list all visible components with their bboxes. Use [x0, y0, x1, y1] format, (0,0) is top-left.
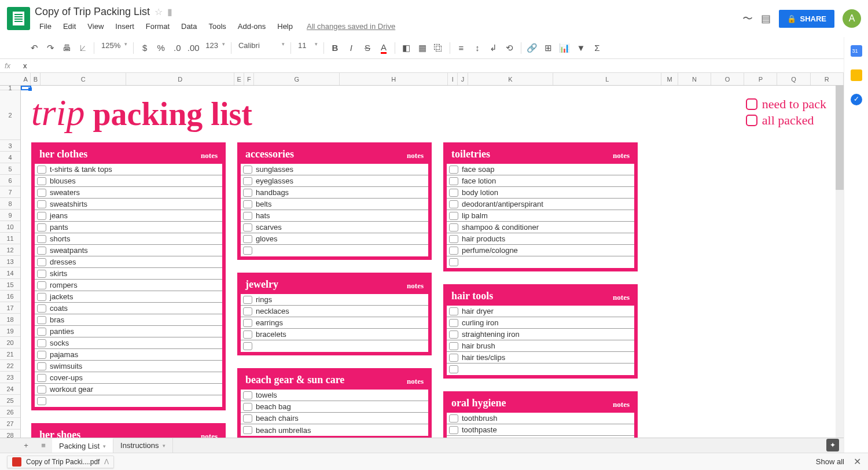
row-header[interactable]: 9 [0, 210, 20, 221]
checkbox-icon[interactable] [449, 235, 458, 243]
paint-format-button[interactable]: ⟀ [75, 41, 90, 56]
share-button[interactable]: 🔒 SHARE [779, 10, 834, 28]
list-item[interactable]: towels [241, 390, 428, 401]
list-item[interactable]: rings [241, 294, 428, 306]
checkbox-icon[interactable] [37, 362, 46, 370]
list-item[interactable]: bras [35, 314, 222, 326]
list-item[interactable]: beach umbrellas [241, 424, 428, 436]
list-item[interactable]: swimsuits [35, 361, 222, 372]
row-header[interactable]: 18 [0, 314, 20, 325]
list-item[interactable]: perfume/cologne [447, 245, 634, 256]
col-header[interactable]: E [234, 73, 244, 85]
strike-button[interactable]: S [360, 41, 375, 56]
menu-tools[interactable]: Tools [204, 20, 230, 33]
checkbox-icon[interactable] [243, 391, 252, 399]
checkbox-icon[interactable] [449, 365, 458, 373]
italic-button[interactable]: I [344, 41, 359, 56]
checkbox-icon[interactable] [243, 296, 252, 304]
col-header[interactable]: N [678, 73, 711, 85]
vertical-scrollbar[interactable] [836, 86, 844, 438]
col-header[interactable]: A [21, 73, 31, 85]
comment-button[interactable]: ⊞ [541, 41, 556, 56]
checkbox-icon[interactable] [243, 414, 252, 423]
fx-input[interactable]: x [23, 61, 27, 70]
row-header[interactable]: 27 [0, 418, 20, 429]
bold-button[interactable]: B [328, 41, 343, 56]
checkbox-icon[interactable] [449, 354, 458, 362]
menu-data[interactable]: Data [176, 20, 201, 33]
list-item[interactable]: pants [35, 222, 222, 233]
row-header[interactable]: 6 [0, 175, 20, 186]
list-item[interactable]: earrings [241, 317, 428, 329]
row-header[interactable]: 13 [0, 256, 20, 267]
list-item[interactable]: blouses [35, 175, 222, 187]
col-header[interactable]: P [744, 73, 777, 85]
checkbox-icon[interactable] [37, 316, 46, 324]
checkbox-icon[interactable] [449, 319, 458, 327]
col-header[interactable]: O [711, 73, 744, 85]
row-header[interactable]: 11 [0, 233, 20, 244]
checkbox-icon[interactable] [37, 223, 46, 232]
currency-button[interactable]: $ [137, 41, 152, 56]
checkbox-icon[interactable] [243, 307, 252, 315]
link-button[interactable]: 🔗 [525, 41, 540, 56]
sheet-tab[interactable]: Instructions▾ [113, 438, 172, 453]
row-header[interactable]: 5 [0, 163, 20, 175]
row-header[interactable]: 12 [0, 244, 20, 256]
row-header[interactable]: 23 [0, 372, 20, 383]
row-header[interactable]: 17 [0, 302, 20, 314]
star-icon[interactable]: ☆ [155, 6, 163, 17]
list-item[interactable] [447, 363, 634, 375]
checkbox-icon[interactable] [37, 339, 46, 347]
list-item[interactable]: shampoo & conditioner [447, 222, 634, 233]
checkbox-icon[interactable] [37, 166, 46, 174]
menu-add-ons[interactable]: Add-ons [233, 20, 270, 33]
checkbox-icon[interactable] [243, 426, 252, 434]
undo-button[interactable]: ↶ [27, 41, 42, 56]
percent-button[interactable]: % [153, 41, 168, 56]
list-item[interactable]: pajamas [35, 349, 222, 361]
format-select[interactable]: 123 [202, 41, 227, 55]
row-header[interactable]: 19 [0, 325, 20, 337]
checkbox-icon[interactable] [37, 177, 46, 185]
checkbox-icon[interactable] [449, 189, 458, 197]
list-item[interactable]: bracelets [241, 329, 428, 340]
document-title[interactable]: Copy of Trip Packing List [35, 6, 150, 18]
functions-button[interactable]: Σ [590, 41, 605, 56]
checkbox-icon[interactable] [37, 397, 46, 405]
col-header[interactable]: Q [777, 73, 810, 85]
font-select[interactable]: Calibri [235, 41, 287, 55]
row-header[interactable]: 8 [0, 198, 20, 210]
list-item[interactable]: scarves [241, 222, 428, 233]
show-all-button[interactable]: Show all [816, 457, 844, 466]
list-item[interactable]: eyeglasses [241, 175, 428, 187]
increase-decimal-button[interactable]: .00 [186, 41, 201, 56]
menu-format[interactable]: Format [141, 20, 174, 33]
print-button[interactable]: 🖶 [59, 41, 74, 56]
sheet-tab[interactable]: Packing List▾ [52, 438, 113, 453]
checkbox-icon[interactable] [449, 307, 458, 315]
row-header[interactable]: 2 [0, 90, 20, 140]
checkbox-icon[interactable] [243, 331, 252, 339]
fontsize-select[interactable]: 11 [295, 41, 320, 55]
row-header[interactable]: 21 [0, 348, 20, 360]
chevron-up-icon[interactable]: ᐱ [104, 458, 109, 466]
menu-edit[interactable]: Edit [58, 20, 80, 33]
saved-status[interactable]: All changes saved in Drive [307, 22, 395, 31]
row-header[interactable]: 28 [0, 429, 20, 438]
checkbox-icon[interactable] [37, 235, 46, 243]
col-header[interactable]: M [661, 73, 678, 85]
col-header[interactable]: C [41, 73, 126, 85]
list-item[interactable]: necklaces [241, 306, 428, 317]
list-item[interactable]: face soap [447, 164, 634, 175]
list-item[interactable] [447, 256, 634, 268]
list-item[interactable] [241, 340, 428, 352]
checkbox-icon[interactable] [243, 200, 252, 208]
col-header[interactable]: L [553, 73, 661, 85]
list-item[interactable]: toothpaste [447, 424, 634, 436]
checkbox-icon[interactable] [37, 247, 46, 255]
list-item[interactable]: toothbrush [447, 413, 634, 424]
checkbox-icon[interactable] [449, 247, 458, 255]
checkbox-icon[interactable] [37, 189, 46, 197]
row-header[interactable]: 26 [0, 406, 20, 418]
